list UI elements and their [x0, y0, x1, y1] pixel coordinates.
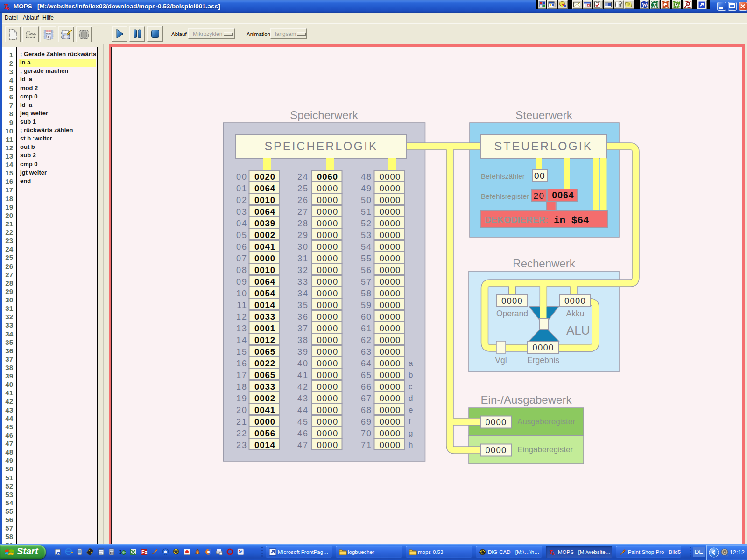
svg-text:0000: 0000 [380, 183, 401, 193]
svg-text:0000: 0000 [317, 218, 338, 228]
svg-text:27: 27 [297, 207, 309, 217]
svg-text:0065: 0065 [254, 370, 275, 380]
svg-text:0020: 0020 [254, 172, 275, 182]
svg-text:51: 51 [361, 207, 372, 217]
svg-text:57: 57 [361, 277, 372, 287]
svg-text:0010: 0010 [254, 195, 275, 205]
svg-text:0000: 0000 [380, 242, 401, 252]
svg-text:06: 06 [236, 242, 247, 252]
svg-text:g: g [409, 429, 413, 438]
svg-text:c: c [409, 382, 413, 391]
svg-text:0056: 0056 [254, 428, 275, 438]
svg-text:19: 19 [236, 394, 247, 403]
svg-text:0054: 0054 [254, 288, 275, 298]
svg-text:Fz: Fz [141, 549, 148, 555]
svg-text:55: 55 [361, 254, 372, 263]
svg-text:0000: 0000 [380, 440, 401, 450]
svg-text:12: 12 [236, 312, 247, 322]
svg-text:65: 65 [361, 371, 372, 380]
svg-text:37: 37 [297, 324, 309, 333]
svg-text:31: 31 [297, 254, 309, 263]
svg-text:Vgl: Vgl [495, 356, 507, 365]
svg-text:#: # [176, 551, 179, 555]
svg-text:A: A [48, 36, 49, 39]
svg-text:28: 28 [297, 219, 309, 228]
svg-text:20: 20 [533, 191, 544, 201]
svg-text:58: 58 [361, 289, 372, 298]
svg-text:32: 32 [297, 266, 309, 275]
svg-text:0012: 0012 [254, 335, 275, 345]
svg-text:02: 02 [236, 196, 247, 205]
svg-text:b: b [409, 371, 413, 379]
svg-text:0000: 0000 [564, 296, 586, 306]
svg-text:0060: 0060 [317, 172, 338, 182]
svg-text:0000: 0000 [317, 393, 338, 403]
svg-text:d: d [409, 394, 413, 403]
svg-text:0000: 0000 [380, 312, 401, 322]
svg-text:0000: 0000 [317, 312, 338, 322]
svg-text:18: 18 [236, 382, 247, 392]
svg-text:24: 24 [297, 172, 309, 182]
svg-text:64: 64 [361, 359, 372, 368]
svg-text:63: 63 [361, 347, 372, 357]
svg-text:0000: 0000 [380, 428, 401, 438]
svg-text:0000: 0000 [317, 382, 338, 392]
svg-text:0000: 0000 [533, 343, 554, 352]
svg-text:0000: 0000 [317, 288, 338, 298]
svg-text:W: W [642, 2, 647, 7]
svg-text:56: 56 [361, 266, 372, 275]
svg-text:0000: 0000 [317, 417, 338, 427]
svg-text:0000: 0000 [317, 300, 338, 310]
svg-text:61: 61 [361, 324, 372, 333]
svg-text:I: I [119, 548, 121, 555]
svg-text:09: 09 [236, 277, 247, 287]
svg-text:Befehlsregister: Befehlsregister [481, 192, 529, 200]
svg-text:Befehlszähler: Befehlszähler [481, 172, 525, 180]
svg-text:Operand: Operand [496, 309, 528, 318]
svg-text:13: 13 [236, 324, 247, 333]
svg-text:01: 01 [236, 184, 247, 193]
svg-text:0014: 0014 [254, 300, 275, 310]
svg-text:17: 17 [236, 371, 247, 380]
svg-text:0000: 0000 [380, 335, 401, 345]
svg-text:0000: 0000 [380, 405, 401, 415]
svg-text:38: 38 [297, 336, 309, 345]
svg-text:0000: 0000 [317, 335, 338, 345]
svg-text:33: 33 [297, 277, 309, 287]
svg-text:0014: 0014 [254, 440, 275, 450]
svg-text:21: 21 [236, 417, 247, 427]
svg-text:Akku: Akku [566, 309, 585, 318]
svg-text:0000: 0000 [380, 347, 401, 357]
svg-text:20: 20 [236, 406, 247, 415]
svg-text:67: 67 [361, 394, 372, 403]
svg-text:0000: 0000 [317, 358, 338, 368]
svg-text:0064: 0064 [254, 183, 275, 193]
svg-text:0000: 0000 [380, 288, 401, 298]
svg-text:0000: 0000 [380, 195, 401, 205]
svg-text:0000: 0000 [317, 265, 338, 275]
svg-text:42: 42 [297, 382, 309, 392]
svg-text:ALU: ALU [566, 323, 590, 337]
svg-text:0000: 0000 [380, 417, 401, 427]
svg-text:48: 48 [361, 172, 372, 182]
svg-text:69: 69 [361, 417, 372, 427]
svg-text:0010: 0010 [254, 265, 275, 275]
svg-text:0001: 0001 [254, 323, 275, 333]
svg-text:0000: 0000 [380, 277, 401, 287]
svg-text:0000: 0000 [380, 300, 401, 310]
svg-text:k: k [7, 5, 10, 10]
svg-text:0000: 0000 [380, 253, 401, 263]
svg-text:60: 60 [361, 312, 372, 322]
svg-text:in $64: in $64 [554, 215, 589, 226]
svg-text:71: 71 [361, 441, 372, 450]
svg-text:26: 26 [297, 196, 309, 205]
svg-text:f: f [409, 417, 411, 426]
svg-text:0065: 0065 [254, 347, 275, 357]
svg-text:50: 50 [361, 196, 372, 205]
svg-text:e: e [409, 406, 413, 414]
svg-text:Ein-/Ausgabewerk: Ein-/Ausgabewerk [481, 393, 572, 406]
svg-text:0000: 0000 [317, 230, 338, 240]
svg-text:14: 14 [236, 336, 247, 345]
svg-text:0000: 0000 [380, 218, 401, 228]
svg-text:0000: 0000 [317, 428, 338, 438]
